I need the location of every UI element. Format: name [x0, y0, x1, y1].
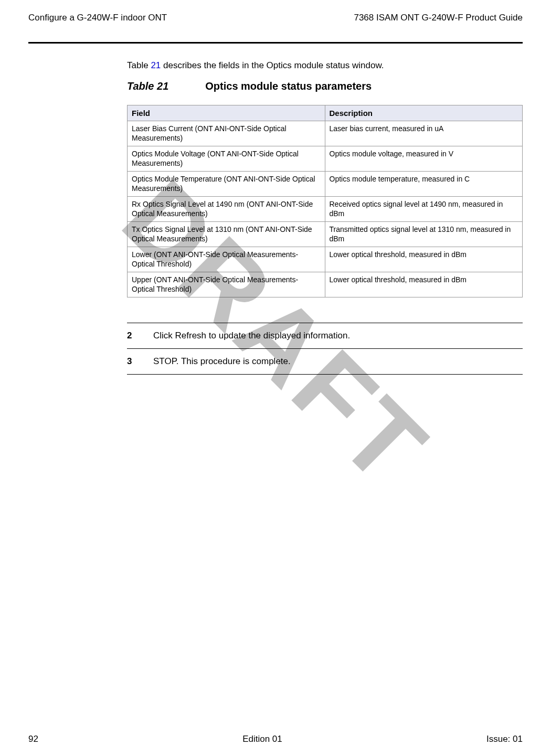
- step-text: Click Refresh to update the displayed in…: [153, 331, 523, 341]
- table-row: Upper (ONT ANI-ONT-Side Optical Measurem…: [128, 272, 523, 297]
- step-number: 3: [127, 356, 135, 367]
- table-row: Rx Optics Signal Level at 1490 nm (ONT A…: [128, 197, 523, 222]
- intro-post: describes the fields in the Optics modul…: [161, 60, 384, 70]
- header-left: Configure a G-240W-F indoor ONT: [28, 13, 167, 23]
- table-row: Laser Bias Current (ONT ANI-ONT-Side Opt…: [128, 121, 523, 146]
- cell-description: Received optics signal level at 1490 nm,…: [325, 197, 523, 222]
- col-description: Description: [325, 105, 523, 121]
- page-header: Configure a G-240W-F indoor ONT 7368 ISA…: [28, 13, 523, 42]
- table-ref-link[interactable]: 21: [151, 60, 161, 70]
- table-number: Table 21: [127, 80, 168, 92]
- step: 3 STOP. This procedure is complete.: [127, 349, 523, 375]
- cell-field: Optics Module Temperature (ONT ANI-ONT-S…: [128, 172, 325, 197]
- cell-field: Laser Bias Current (ONT ANI-ONT-Side Opt…: [128, 121, 325, 146]
- procedure-steps: 2 Click Refresh to update the displayed …: [127, 323, 523, 375]
- cell-field: Lower (ONT ANI-ONT-Side Optical Measurem…: [128, 247, 325, 272]
- footer-edition: Edition 01: [242, 734, 282, 744]
- footer-page-number: 92: [28, 734, 38, 744]
- cell-description: Transmitted optics signal level at 1310 …: [325, 222, 523, 247]
- step: 2 Click Refresh to update the displayed …: [127, 323, 523, 349]
- table-row: Lower (ONT ANI-ONT-Side Optical Measurem…: [128, 247, 523, 272]
- cell-description: Optics module voltage, measured in V: [325, 146, 523, 172]
- cell-field: Rx Optics Signal Level at 1490 nm (ONT A…: [128, 197, 325, 222]
- header-rule: [28, 42, 523, 44]
- page-footer: 92 Edition 01 Issue: 01: [28, 734, 523, 744]
- table-row: Tx Optics Signal Level at 1310 nm (ONT A…: [128, 222, 523, 247]
- cell-field: Tx Optics Signal Level at 1310 nm (ONT A…: [128, 222, 325, 247]
- intro-text: Table 21 describes the fields in the Opt…: [127, 60, 523, 71]
- cell-field: Upper (ONT ANI-ONT-Side Optical Measurem…: [128, 272, 325, 297]
- params-table: Field Description Laser Bias Current (ON…: [127, 105, 523, 297]
- table-row: Optics Module Voltage (ONT ANI-ONT-Side …: [128, 146, 523, 172]
- footer-issue: Issue: 01: [486, 734, 523, 744]
- table-header-row: Field Description: [128, 105, 523, 121]
- table-row: Optics Module Temperature (ONT ANI-ONT-S…: [128, 172, 523, 197]
- cell-description: Lower optical threshold, measured in dBm: [325, 272, 523, 297]
- cell-description: Optics module temperature, measured in C: [325, 172, 523, 197]
- cell-description: Lower optical threshold, measured in dBm: [325, 247, 523, 272]
- intro-pre: Table: [127, 60, 151, 70]
- step-number: 2: [127, 331, 135, 341]
- col-field: Field: [128, 105, 325, 121]
- step-text: STOP. This procedure is complete.: [153, 356, 523, 367]
- table-name: Optics module status parameters: [205, 80, 372, 92]
- table-title: Table 21Optics module status parameters: [127, 80, 523, 92]
- header-right: 7368 ISAM ONT G-240W-F Product Guide: [354, 13, 523, 23]
- cell-field: Optics Module Voltage (ONT ANI-ONT-Side …: [128, 146, 325, 172]
- cell-description: Laser bias current, measured in uA: [325, 121, 523, 146]
